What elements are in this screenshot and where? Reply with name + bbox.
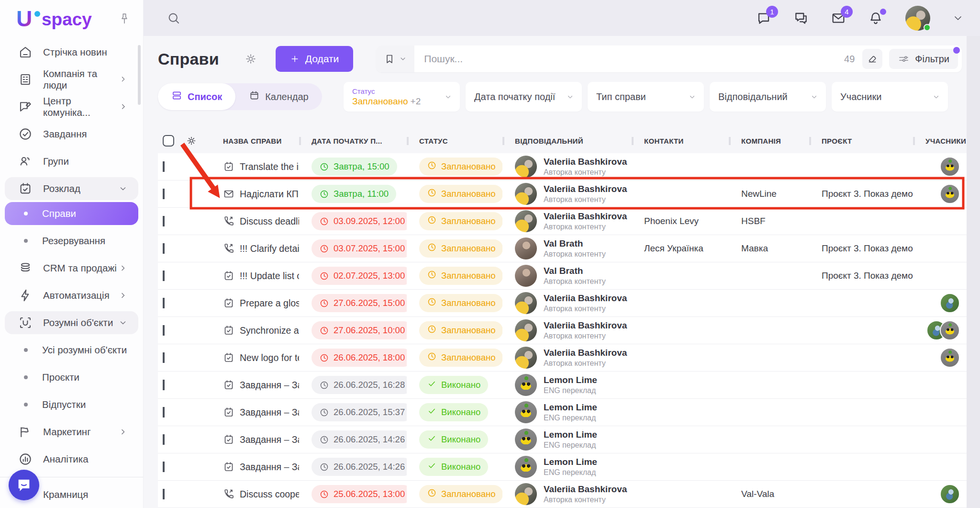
- column-header-4[interactable]: КОНТАКТИ: [632, 137, 729, 145]
- responsible-name[interactable]: Valeriia Bashkirova: [544, 293, 627, 304]
- table-row[interactable]: Translate the inte... Завтра, 15:00 Запл…: [158, 153, 967, 181]
- sidebar-item-tasks[interactable]: Завдання: [5, 120, 138, 147]
- activity-name[interactable]: Завдання – Завд...: [240, 380, 299, 391]
- column-header-3[interactable]: ВІДПОВІДАЛЬНИЙ: [502, 137, 632, 145]
- sidebar-item-groups[interactable]: Групи: [5, 147, 138, 175]
- row-checkbox[interactable]: [163, 462, 165, 472]
- activity-name[interactable]: !!! Clarify details: [240, 243, 299, 254]
- contact-cell[interactable]: Phoenix Levy: [632, 216, 729, 226]
- sidebar-item-crm[interactable]: CRM та продажі: [5, 255, 138, 282]
- saved-filters-bookmark-button[interactable]: [376, 45, 414, 72]
- sidebar-item-projects[interactable]: Проєкти: [5, 364, 138, 391]
- responsible-name[interactable]: Valeriia Bashkirova: [544, 484, 627, 495]
- page-settings-gear-icon[interactable]: [244, 52, 257, 66]
- responsible-name[interactable]: Val Brath: [544, 266, 606, 276]
- row-checkbox[interactable]: [163, 298, 165, 308]
- responsible-name[interactable]: Valeriia Bashkirova: [544, 211, 627, 222]
- sidebar-item-smart-objects[interactable]: Розумні об'єкти: [5, 311, 138, 334]
- sidebar-item-automation[interactable]: Автоматизація: [5, 282, 138, 309]
- table-row[interactable]: !!! Update list of ... 02.07.2025, 13:00…: [158, 262, 967, 290]
- responsible-name[interactable]: Valeriia Bashkirova: [544, 320, 627, 331]
- sidebar-item-comm-center[interactable]: Центр комуніка...: [5, 93, 138, 120]
- responsible-name[interactable]: Lemon Lime: [544, 402, 597, 413]
- row-checkbox[interactable]: [163, 189, 165, 199]
- sidebar-item-all-smart-objects[interactable]: Усі розумні об'єкти: [5, 337, 138, 364]
- row-checkbox[interactable]: [163, 489, 165, 499]
- activity-name[interactable]: Завдання – Завд...: [240, 462, 299, 473]
- activity-name[interactable]: Prepare a glossa...: [240, 298, 299, 309]
- row-checkbox[interactable]: [163, 271, 165, 281]
- column-header-2[interactable]: СТАТУС: [407, 137, 502, 145]
- responsible-name[interactable]: Lemon Lime: [544, 375, 597, 385]
- sidebar-item-company-people[interactable]: Компанія та люди: [5, 66, 138, 93]
- sidebar-item-news-feed[interactable]: Стрічка новин: [5, 38, 138, 66]
- row-checkbox[interactable]: [163, 325, 165, 336]
- contact-cell[interactable]: Леся Українка: [632, 243, 729, 254]
- column-header-6[interactable]: ПРОЄКТ: [809, 137, 913, 145]
- pin-sidebar-icon[interactable]: [118, 12, 131, 25]
- column-header-5[interactable]: КОМПАНІЯ: [729, 137, 809, 145]
- table-row[interactable]: !!! Clarify details 03.07.2025, 15:00 За…: [158, 235, 967, 262]
- company-cell[interactable]: Мавка: [729, 243, 809, 254]
- columns-settings-gear-icon[interactable]: [186, 135, 197, 147]
- column-header-0[interactable]: НАЗВА СПРАВИ: [211, 137, 299, 145]
- sidebar-item-analytics[interactable]: Аналітика: [5, 446, 138, 473]
- row-checkbox[interactable]: [163, 434, 165, 445]
- row-checkbox[interactable]: [163, 352, 165, 363]
- company-cell[interactable]: NewLine: [729, 189, 809, 199]
- notifications-bell-icon[interactable]: [868, 11, 883, 26]
- activity-name[interactable]: Synchronize all l...: [240, 325, 299, 336]
- responsible-name[interactable]: Lemon Lime: [544, 429, 597, 440]
- row-checkbox[interactable]: [163, 161, 165, 172]
- add-activity-button[interactable]: Додати: [276, 46, 354, 72]
- row-checkbox[interactable]: [163, 407, 165, 418]
- table-row[interactable]: Завдання – Завд... 26.06.2025, 15:37 Вик…: [158, 399, 967, 426]
- table-row[interactable]: Завдання – Завд... 26.06.2025, 14:26 Вик…: [158, 453, 967, 481]
- tab-calendar[interactable]: Календар: [235, 83, 322, 110]
- clear-filters-eraser-button[interactable]: [862, 49, 882, 69]
- activity-name[interactable]: Translate the inte...: [240, 161, 299, 172]
- responsible-name[interactable]: Val Brath: [544, 238, 606, 249]
- responsible-name[interactable]: Valeriia Bashkirova: [544, 184, 627, 194]
- filter-chip-учасники[interactable]: Учасники: [832, 82, 948, 112]
- right-scroll-gutter[interactable]: [967, 36, 980, 508]
- chat-icon[interactable]: 1: [756, 11, 771, 26]
- activity-name[interactable]: Discuss deadlines: [240, 216, 299, 227]
- profile-chevron-down-icon[interactable]: [952, 12, 964, 24]
- filters-button[interactable]: Фільтри: [889, 49, 958, 69]
- table-row[interactable]: Discuss deadlines 03.09.2025, 12:00 Запл…: [158, 208, 967, 235]
- row-checkbox[interactable]: [163, 380, 165, 390]
- column-header-7[interactable]: УЧАСНИКИ: [913, 137, 967, 145]
- group-chats-icon[interactable]: [793, 11, 809, 26]
- global-search-icon[interactable]: [167, 11, 181, 25]
- sidebar-item-schedule[interactable]: Розклад: [5, 177, 138, 200]
- table-row[interactable]: Prepare a glossa... 27.06.2025, 15:00 За…: [158, 290, 967, 317]
- tab-list[interactable]: Список: [158, 83, 235, 110]
- sidebar-item-vacations[interactable]: Відпустки: [5, 391, 138, 418]
- row-checkbox[interactable]: [163, 216, 165, 226]
- column-header-1[interactable]: ДАТА ПОЧАТКУ П...: [299, 137, 407, 145]
- table-row[interactable]: Надіслати КП дл... Завтра, 11:00 Заплано…: [158, 181, 967, 208]
- table-row[interactable]: New logo for tem... 26.06.2025, 18:00 За…: [158, 344, 967, 372]
- table-row[interactable]: Synchronize all l... 27.06.2025, 10:00 З…: [158, 317, 967, 344]
- search-input[interactable]: [414, 53, 844, 65]
- table-row[interactable]: Завдання – Завд... 26.06.2025, 14:26 Вик…: [158, 426, 967, 453]
- company-cell[interactable]: Val-Vala: [729, 489, 809, 499]
- sidebar-item-marketing[interactable]: Маркетинг: [5, 418, 138, 446]
- user-avatar[interactable]: [905, 6, 930, 31]
- table-row[interactable]: Discuss coopera... 25.06.2025, 13:00 Зап…: [158, 481, 967, 508]
- filter-chip-відповідальний[interactable]: Відповідальний: [710, 82, 826, 112]
- activity-name[interactable]: Discuss coopera...: [240, 489, 299, 500]
- row-checkbox[interactable]: [163, 243, 165, 254]
- activity-name[interactable]: Надіслати КП дл...: [240, 189, 299, 200]
- filter-chip-дата-початку-події[interactable]: Дата початку події: [466, 82, 582, 112]
- sidebar-item-activities[interactable]: Справи: [5, 202, 138, 225]
- filter-chip-status[interactable]: СтатусЗаплановано+2: [344, 82, 460, 112]
- responsible-name[interactable]: Valeriia Bashkirova: [544, 348, 627, 358]
- select-all-checkbox[interactable]: [163, 135, 174, 147]
- responsible-name[interactable]: Valeriia Bashkirova: [544, 157, 627, 167]
- sidebar-scrollbar[interactable]: [138, 45, 141, 105]
- table-row[interactable]: Завдання – Завд... 26.06.2025, 16:28 Вик…: [158, 372, 967, 399]
- sidebar-item-reservations[interactable]: Резервування: [5, 227, 138, 255]
- activity-name[interactable]: New logo for tem...: [240, 352, 299, 363]
